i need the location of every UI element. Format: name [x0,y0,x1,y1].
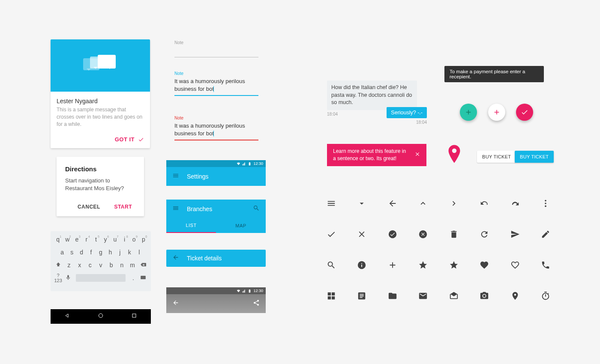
key-w[interactable]: w2 [63,236,72,243]
key-x[interactable]: x [74,262,85,269]
textfield-empty[interactable]: Note [174,40,258,57]
shift-key[interactable] [53,262,64,269]
tab-map[interactable]: MAP [216,218,266,233]
key-z[interactable]: z [64,262,75,269]
buy-ticket-flat-button[interactable]: BUY TICKET [477,151,516,163]
keyboard-toggle-key[interactable] [138,274,148,282]
chat-hero-icon [51,39,150,92]
map-pin-icon [447,145,462,166]
hamburger-icon[interactable] [172,205,179,213]
got-it-button[interactable]: GOT IT [115,136,144,143]
phone-icon[interactable] [539,259,552,272]
key-v[interactable]: v [96,262,106,269]
timer-icon[interactable] [539,289,552,302]
key-r[interactable]: r4 [82,236,91,243]
key-n[interactable]: n [117,262,127,269]
mic-key[interactable] [63,274,73,282]
key-t[interactable]: t5 [91,236,101,243]
buy-ticket-raised-button[interactable]: BUY TICKET [515,151,554,163]
key-f[interactable]: f [86,249,96,256]
tab-list[interactable]: LIST [166,218,216,233]
directions-dialog: Directions Start navigation to Restauran… [57,157,144,216]
close-icon[interactable] [355,228,368,241]
textfield-error[interactable]: Note It was a humorously perilous busine… [174,116,258,140]
search-icon[interactable] [325,259,338,272]
start-button[interactable]: START [111,201,135,212]
textfield-focused[interactable]: Note It was a humorously perilous busine… [174,71,258,96]
heart-outline-icon[interactable] [509,259,522,272]
apps-icon[interactable] [325,289,338,302]
feature-snackbar: Learn more about this feature in a sente… [327,144,426,166]
search-icon[interactable] [253,205,260,213]
more-vert-icon[interactable] [539,197,552,210]
folder-icon[interactable] [386,289,399,302]
refresh-icon[interactable] [478,228,491,241]
appbar-title: Branches [187,206,245,212]
hamburger-icon[interactable] [172,172,179,181]
space-key[interactable] [76,274,126,282]
chat-outgoing: Seriously? -.- 18:04 [387,107,427,125]
fab-add-white[interactable] [488,104,505,121]
period-key[interactable]: . [128,274,138,281]
key-s[interactable]: s [67,249,76,256]
key-q[interactable]: q1 [53,236,63,243]
key-u[interactable]: u7 [110,236,120,243]
key-y[interactable]: y6 [101,236,110,243]
nav-back-icon[interactable] [64,312,71,321]
key-h[interactable]: h [105,249,115,256]
close-icon[interactable] [414,151,420,159]
fab-done-pink[interactable] [516,104,533,121]
plus-icon[interactable] [386,259,399,272]
note-icon[interactable] [355,289,368,302]
key-k[interactable]: k [125,249,134,256]
arrow-back-icon[interactable] [386,197,399,210]
edit-icon[interactable] [539,228,552,241]
star-icon[interactable] [417,259,429,272]
info-icon[interactable] [355,259,368,272]
key-b[interactable]: b [106,262,117,269]
check-icon[interactable] [325,228,338,241]
mail-icon[interactable] [417,289,429,302]
drafts-icon[interactable] [447,289,460,302]
dropdown-icon[interactable] [355,197,368,210]
check-circle-icon[interactable] [386,228,399,241]
undo-icon[interactable] [509,197,522,210]
fab-add-green[interactable] [460,104,477,121]
icon-palette [325,197,552,320]
back-arrow-icon[interactable] [172,299,179,308]
key-g[interactable]: g [96,249,105,256]
key-a[interactable]: a [57,249,67,256]
key-c[interactable]: c [85,262,96,269]
back-arrow-icon[interactable] [172,254,179,263]
key-m[interactable]: m [127,262,138,269]
soft-keyboard[interactable]: q1w2e3r4t5y6u7i8o9p0 asdfghjkl zxcvbnm ?… [51,231,151,291]
place-icon[interactable] [509,289,522,302]
key-d[interactable]: d [77,249,86,256]
message-card: Lester Nygaard This is a sample message … [51,39,150,148]
dialog-title: Directions [65,165,135,173]
star-icon[interactable] [447,259,460,272]
backspace-key[interactable] [138,262,148,269]
share-icon[interactable] [253,299,260,308]
key-o[interactable]: o9 [129,236,139,243]
key-j[interactable]: j [115,249,125,256]
chevron-right-icon[interactable] [447,197,460,210]
cancel-circle-icon[interactable] [417,228,429,241]
key-e[interactable]: e3 [72,236,81,243]
send-icon[interactable] [509,228,522,241]
menu-icon[interactable] [325,197,338,210]
nav-recent-icon[interactable] [131,312,138,321]
key-i[interactable]: i8 [120,236,129,243]
delete-icon[interactable] [447,228,460,241]
key-p[interactable]: p0 [139,236,148,243]
chevron-up-icon[interactable] [417,197,429,210]
nav-home-icon[interactable] [97,312,104,321]
cancel-button[interactable]: CANCEL [74,201,104,212]
dialog-body: Start navigation to Restaurant Mos Eisle… [65,177,135,192]
key-l[interactable]: l [135,249,144,256]
camera-icon[interactable] [478,289,491,302]
symbols-key[interactable]: ?123 [53,273,63,283]
heart-icon[interactable] [478,259,491,272]
redo-icon[interactable] [478,197,491,210]
appbar-title: Settings [187,173,260,180]
